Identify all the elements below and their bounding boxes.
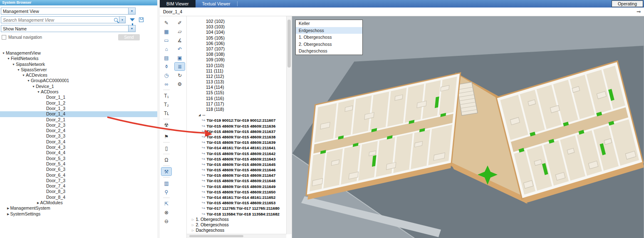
tree-expander-icon[interactable] bbox=[0, 117, 46, 123]
model-number-row[interactable]: 118 (118) bbox=[187, 107, 286, 112]
door-link-row[interactable]: ↪ Tür-015 48609:Tür-015 48609:211648 bbox=[187, 178, 286, 183]
tree-row[interactable]: Door_1_4 bbox=[0, 111, 157, 117]
bell-icon[interactable]: Ω bbox=[161, 156, 171, 164]
door-link-row[interactable]: ↪ Tür-015 48609:Tür-015 48609:211645 bbox=[187, 162, 286, 167]
tree-row[interactable]: SipassNetwork bbox=[0, 62, 157, 67]
tree-row[interactable]: ManagementSystem bbox=[0, 205, 157, 211]
door-link-row[interactable]: ↪ Tür-015 48609:Tür-015 48609:211650 bbox=[187, 189, 286, 195]
card-reader-icon[interactable]: ▯ bbox=[161, 144, 171, 152]
door-link-row[interactable]: ↪ Tür-015 48609:Tür-015 48609:211649 bbox=[187, 184, 286, 189]
search-options-chevron-icon[interactable]: ▼ bbox=[119, 17, 125, 23]
tree-row[interactable]: Device_1 bbox=[0, 84, 157, 89]
door-link-row[interactable]: ↪ Tür-015 48609:Tür-015 48609:211639 bbox=[187, 140, 286, 145]
send-button[interactable]: Send bbox=[118, 34, 140, 40]
vertical-scrollbar-thumb[interactable] bbox=[287, 20, 291, 68]
tree-expander-icon[interactable] bbox=[0, 73, 26, 78]
chevron-down-icon[interactable]: ▼ bbox=[128, 25, 135, 32]
model-number-row[interactable]: 110 (110) bbox=[187, 63, 286, 68]
refresh-icon[interactable]: ↻ bbox=[175, 71, 185, 79]
horizontal-scrollbar-thumb[interactable] bbox=[189, 235, 243, 237]
tree-row[interactable]: Door_6_4 bbox=[0, 173, 157, 178]
tree-expander-icon[interactable] bbox=[0, 62, 16, 67]
export-icon[interactable]: ⇱ bbox=[161, 200, 171, 208]
filter-l-icon[interactable]: Tʟ bbox=[161, 109, 171, 117]
vertical-scrollbar[interactable] bbox=[286, 16, 292, 234]
tree-row[interactable]: ACDevices bbox=[0, 73, 157, 78]
floor-node-row[interactable]: 2. Obergeschoss bbox=[187, 222, 286, 228]
tree-row[interactable]: SystemSettings bbox=[0, 211, 157, 217]
door-link-row[interactable]: ↪ Tür-019 90012:Tür-019 90012:211607 bbox=[187, 118, 286, 123]
tree-expander-icon[interactable] bbox=[0, 106, 46, 111]
display-mode-dropdown[interactable]: Show Name ▼ bbox=[1, 25, 136, 32]
wrench-icon[interactable]: ⚒ bbox=[161, 168, 171, 175]
model-number-row[interactable]: 107 (107) bbox=[187, 46, 286, 52]
filter-1-icon[interactable]: T₁ bbox=[161, 92, 171, 100]
door-link-row[interactable]: ↪ Tür-017 112765:Tür-017 112765:211680 bbox=[187, 205, 286, 211]
lamp-icon[interactable]: ⚱ bbox=[161, 63, 171, 70]
model-number-row[interactable]: 104 (104) bbox=[187, 30, 286, 35]
separator[interactable] bbox=[163, 90, 170, 90]
floor-popup-item[interactable]: 1. Obergeschoss bbox=[296, 34, 362, 41]
location-pin-icon[interactable]: ⚲ bbox=[161, 188, 171, 196]
filter-funnel-icon[interactable] bbox=[130, 18, 135, 21]
door-group-row[interactable]: -- bbox=[187, 112, 286, 118]
tree-row[interactable]: ACModules bbox=[0, 200, 157, 205]
tree-expander-icon[interactable] bbox=[0, 156, 46, 161]
tree-row[interactable]: Door_3_4 bbox=[0, 139, 157, 145]
save-search-icon[interactable] bbox=[139, 18, 144, 22]
tree-row[interactable]: Door_3_3 bbox=[0, 133, 157, 139]
floor-popup-item[interactable]: Erdgeschoss bbox=[296, 27, 362, 34]
model-number-row[interactable]: 113 (113) bbox=[187, 79, 286, 85]
fan-icon[interactable]: ☢ bbox=[161, 121, 171, 129]
tree-expander-icon[interactable] bbox=[0, 133, 46, 139]
tree-expander-icon[interactable] bbox=[0, 50, 6, 56]
separator[interactable] bbox=[163, 198, 170, 198]
tree-expander-icon[interactable] bbox=[0, 89, 41, 95]
tree-row[interactable]: Door_1_1 bbox=[0, 95, 157, 100]
tree-expander-icon[interactable] bbox=[0, 183, 46, 189]
tree-expander-icon[interactable] bbox=[0, 95, 46, 100]
separator[interactable] bbox=[163, 154, 170, 154]
door-link-row[interactable]: ↪ Tür-015 48609:Tür-015 48609:211647 bbox=[187, 173, 286, 178]
pen-tool-icon[interactable]: ✎ bbox=[161, 19, 171, 27]
save-icon[interactable]: ▣ bbox=[175, 54, 185, 62]
separator[interactable] bbox=[163, 165, 170, 166]
tree-expander-icon[interactable] bbox=[0, 111, 46, 117]
tree-expander-icon[interactable] bbox=[0, 84, 36, 89]
tree-expander-icon[interactable] bbox=[0, 67, 21, 73]
tree-row[interactable]: Door_5_3 bbox=[0, 156, 157, 161]
tree-expander-icon[interactable] bbox=[0, 56, 11, 61]
door-link-row[interactable]: ↪ Tür-015 48609:Tür-015 48609:211637 bbox=[187, 129, 286, 134]
door-link-row[interactable]: ↪ Tür-015 48609:Tür-015 48609:211643 bbox=[187, 156, 286, 162]
tree-expander-icon[interactable] bbox=[0, 211, 10, 217]
search-input[interactable] bbox=[1, 18, 113, 23]
floor-popup-item[interactable]: Keller bbox=[296, 20, 362, 27]
eraser-tool-icon[interactable]: ▱ bbox=[175, 28, 185, 35]
model-number-row[interactable]: 109 (109) bbox=[187, 57, 286, 63]
tree-expander-icon[interactable] bbox=[0, 100, 46, 106]
tree-row[interactable]: Door_6_3 bbox=[0, 167, 157, 172]
tree-row[interactable]: GroupACC0000001 bbox=[0, 78, 157, 83]
tree-expander-icon[interactable] bbox=[0, 195, 46, 200]
home-icon[interactable]: ⌂ bbox=[161, 45, 171, 53]
tree-row[interactable]: Door_7_3 bbox=[0, 178, 157, 183]
tab-textual-viewer[interactable]: Textual Viewer bbox=[196, 0, 237, 8]
bim-3d-viewport[interactable]: Keller Erdgeschoss 1. Obergeschoss 2. Ob… bbox=[292, 16, 644, 238]
floor-node-row[interactable]: Dachgeschoss bbox=[187, 228, 286, 233]
operating-mode-button[interactable]: Operating bbox=[612, 0, 643, 7]
tree-expander-icon[interactable] bbox=[0, 139, 46, 145]
model-number-row[interactable]: 114 (114) bbox=[187, 85, 286, 90]
tree-expander-icon[interactable] bbox=[0, 161, 46, 167]
tree-row[interactable]: SipassServer bbox=[0, 67, 157, 73]
model-number-row[interactable]: 103 (103) bbox=[187, 24, 286, 30]
separator[interactable] bbox=[163, 119, 170, 119]
tree-row[interactable]: Door_5_4 bbox=[0, 161, 157, 167]
search-icon[interactable] bbox=[114, 18, 118, 22]
tree-row[interactable]: ACDoors bbox=[0, 89, 157, 95]
tree-row[interactable]: Door_1_3 bbox=[0, 106, 157, 111]
tree-expander-icon[interactable] bbox=[0, 178, 46, 183]
undo-icon[interactable]: ↶ bbox=[175, 45, 185, 53]
view-selector-dropdown[interactable]: Management View ▼ bbox=[1, 8, 136, 15]
model-number-row[interactable]: 116 (116) bbox=[187, 96, 286, 101]
model-number-row[interactable]: 108 (108) bbox=[187, 52, 286, 57]
